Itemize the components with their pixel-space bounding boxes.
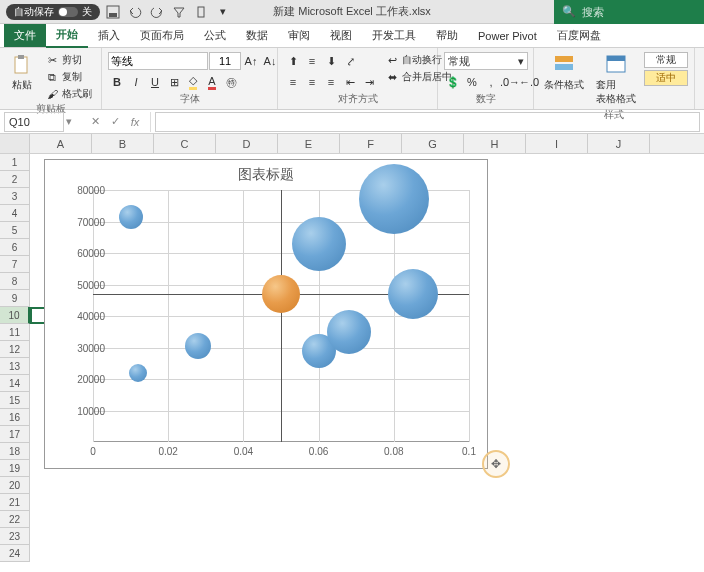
tab-home[interactable]: 开始 [46,23,88,48]
chart-object[interactable]: 图表标题 10000200003000040000500006000070000… [44,159,488,469]
enter-formula-icon[interactable]: ✓ [106,113,124,131]
row-header[interactable]: 5 [0,222,30,239]
row-header[interactable]: 8 [0,273,30,290]
row-header[interactable]: 1 [0,154,30,171]
align-left-button[interactable]: ≡ [284,73,302,91]
bubble-point[interactable] [327,310,371,354]
align-bottom-button[interactable]: ⬇ [322,52,340,70]
tab-review[interactable]: 审阅 [278,24,320,47]
underline-button[interactable]: U [146,73,164,91]
row-header[interactable]: 11 [0,324,30,341]
cell-grid[interactable]: 图表标题 10000200003000040000500006000070000… [30,154,704,562]
number-format-select[interactable]: 常规▾ [444,52,528,70]
touch-icon[interactable] [192,3,210,21]
column-header[interactable]: G [402,134,464,153]
copy-button[interactable]: ⧉复制 [42,69,95,85]
undo-icon[interactable] [126,3,144,21]
font-size-select[interactable] [209,52,241,70]
table-format-button[interactable]: 套用 表格格式 [592,52,640,108]
tab-help[interactable]: 帮助 [426,24,468,47]
tab-developer[interactable]: 开发工具 [362,24,426,47]
paste-button[interactable]: 粘贴 [6,52,38,94]
format-painter-button[interactable]: 🖌格式刷 [42,86,95,102]
select-all-corner[interactable] [0,134,30,153]
tab-layout[interactable]: 页面布局 [130,24,194,47]
formula-bar[interactable] [155,112,700,132]
tab-insert[interactable]: 插入 [88,24,130,47]
row-header[interactable]: 9 [0,290,30,307]
italic-button[interactable]: I [127,73,145,91]
conditional-format-button[interactable]: 条件格式 [540,52,588,94]
row-header[interactable]: 23 [0,528,30,545]
orientation-button[interactable]: ⤤ [341,52,359,70]
row-header[interactable]: 2 [0,171,30,188]
tab-view[interactable]: 视图 [320,24,362,47]
font-color-button[interactable]: A [203,73,221,91]
tab-formulas[interactable]: 公式 [194,24,236,47]
bubble-point[interactable] [185,333,211,359]
border-button[interactable]: ⊞ [165,73,183,91]
column-header[interactable]: A [30,134,92,153]
column-header[interactable]: B [92,134,154,153]
save-icon[interactable] [104,3,122,21]
row-header[interactable]: 21 [0,494,30,511]
bubble-point[interactable] [292,217,346,271]
row-header[interactable]: 19 [0,460,30,477]
tab-powerpivot[interactable]: Power Pivot [468,26,547,46]
row-header[interactable]: 10 [0,307,30,324]
row-header[interactable]: 7 [0,256,30,273]
align-center-button[interactable]: ≡ [303,73,321,91]
cancel-formula-icon[interactable]: ✕ [86,113,104,131]
redo-icon[interactable] [148,3,166,21]
bubble-point[interactable] [119,205,143,229]
phonetic-button[interactable]: ㊕ [222,73,240,91]
tab-baidu[interactable]: 百度网盘 [547,24,611,47]
align-top-button[interactable]: ⬆ [284,52,302,70]
column-header[interactable]: D [216,134,278,153]
row-header[interactable]: 3 [0,188,30,205]
row-header[interactable]: 13 [0,358,30,375]
bold-button[interactable]: B [108,73,126,91]
indent-increase-button[interactable]: ⇥ [360,73,378,91]
row-header[interactable]: 14 [0,375,30,392]
qat-dropdown-icon[interactable]: ▾ [214,3,232,21]
row-header[interactable]: 20 [0,477,30,494]
bubble-point[interactable] [388,269,438,319]
column-header[interactable]: C [154,134,216,153]
fill-color-button[interactable]: ◇ [184,73,202,91]
tab-data[interactable]: 数据 [236,24,278,47]
bubble-point[interactable] [262,275,300,313]
row-header[interactable]: 15 [0,392,30,409]
filter-icon[interactable] [170,3,188,21]
row-header[interactable]: 18 [0,443,30,460]
currency-button[interactable]: 💲 [444,73,462,91]
cell-style-mid[interactable]: 适中 [644,70,688,86]
column-header[interactable]: J [588,134,650,153]
align-right-button[interactable]: ≡ [322,73,340,91]
tab-file[interactable]: 文件 [4,24,46,47]
autosave-toggle[interactable]: 自动保存 关 [6,4,100,20]
align-middle-button[interactable]: ≡ [303,52,321,70]
indent-decrease-button[interactable]: ⇤ [341,73,359,91]
column-header[interactable]: I [526,134,588,153]
percent-button[interactable]: % [463,73,481,91]
row-header[interactable]: 12 [0,341,30,358]
cut-button[interactable]: ✂剪切 [42,52,95,68]
search-box[interactable]: 🔍 [554,0,704,24]
row-header[interactable]: 4 [0,205,30,222]
font-name-select[interactable] [108,52,208,70]
chart-plot-area[interactable] [93,190,469,442]
row-header[interactable]: 17 [0,426,30,443]
cell-style-normal[interactable]: 常规 [644,52,688,68]
column-header[interactable]: E [278,134,340,153]
namebox-dropdown-icon[interactable]: ▾ [64,115,74,128]
bubble-point[interactable] [359,164,429,234]
row-header[interactable]: 16 [0,409,30,426]
increase-font-icon[interactable]: A↑ [242,52,260,70]
name-box[interactable]: Q10 [4,112,64,132]
fx-icon[interactable]: fx [126,113,144,131]
row-header[interactable]: 6 [0,239,30,256]
row-header[interactable]: 24 [0,545,30,562]
comma-button[interactable]: , [482,73,500,91]
search-input[interactable] [582,6,682,18]
